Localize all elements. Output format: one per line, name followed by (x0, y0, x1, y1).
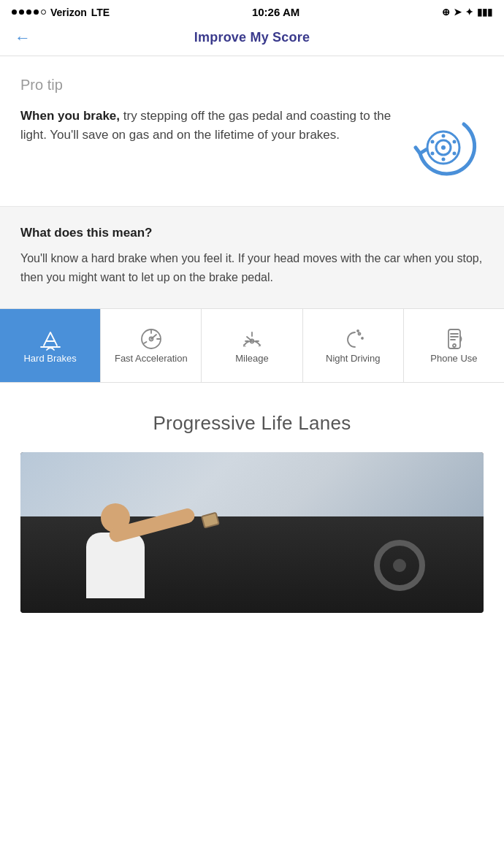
battery-icon: ▮▮▮ (477, 7, 492, 18)
tab-phone-use-label: Phone Use (430, 353, 477, 365)
meaning-body: You'll know a hard brake when you feel i… (20, 249, 484, 286)
status-bar: Verizon LTE 10:26 AM ⊕ ➤ ✦ ▮▮▮ (0, 0, 504, 23)
tab-hard-brakes-label: Hard Brakes (23, 353, 76, 365)
tab-fast-acceleration[interactable]: Fast Acceleration (101, 309, 202, 382)
pro-tip-bold: When you brake, (20, 109, 120, 123)
signal-dot-3 (26, 9, 31, 15)
bluetooth-icon: ✦ (465, 7, 473, 18)
signal-dot-4 (34, 9, 39, 15)
tab-night-driving-label: Night Driving (326, 353, 380, 365)
pro-tip-section: Pro tip When you brake, try stepping off… (0, 56, 504, 207)
page-title: Improve My Score (194, 30, 310, 45)
life-lanes-section: Progressive Life Lanes (0, 383, 504, 628)
brake-icon-container (403, 110, 484, 183)
svg-point-7 (431, 152, 435, 156)
car-image (20, 452, 484, 613)
hard-brakes-icon (37, 325, 64, 353)
pro-tip-label: Pro tip (20, 77, 484, 94)
phone-use-icon (440, 325, 467, 353)
driver-silhouette (79, 503, 152, 598)
tab-mileage[interactable]: E F Mileage (202, 309, 302, 382)
svg-point-4 (442, 158, 446, 161)
signal-dot-1 (12, 9, 17, 15)
tab-mileage-label: Mileage (235, 353, 269, 365)
status-left: Verizon LTE (12, 7, 110, 18)
nav-bar: ← Improve My Score (0, 23, 504, 56)
svg-line-12 (144, 342, 147, 343)
tab-hard-brakes[interactable]: Hard Brakes (0, 309, 101, 382)
pro-tip-text: When you brake, try stepping off the gas… (20, 107, 392, 145)
category-tabs: Hard Brakes Fast Acceleration E F (0, 309, 504, 383)
svg-rect-25 (448, 329, 460, 348)
signal-dot-5 (41, 9, 46, 15)
svg-text:F: F (259, 343, 261, 348)
svg-point-6 (453, 140, 457, 144)
svg-point-5 (431, 140, 435, 144)
signal-strength (12, 9, 46, 15)
tab-fast-acceleration-label: Fast Acceleration (115, 353, 188, 365)
night-driving-icon (339, 325, 367, 353)
carrier-label: Verizon (50, 7, 87, 18)
location-icon: ⊕ (442, 7, 450, 18)
tab-night-driving[interactable]: Night Driving (303, 309, 404, 382)
fast-acceleration-icon (137, 325, 165, 353)
network-label: LTE (91, 7, 110, 18)
steering-center (393, 559, 406, 572)
steering-wheel (374, 540, 425, 591)
svg-point-22 (359, 332, 361, 335)
car-image-inner (20, 452, 484, 613)
svg-point-8 (453, 152, 457, 156)
svg-text:E: E (243, 343, 246, 348)
mileage-icon: E F (238, 325, 266, 353)
svg-point-29 (453, 344, 456, 347)
gps-icon: ➤ (454, 7, 462, 18)
svg-point-24 (357, 330, 359, 332)
svg-point-3 (442, 134, 446, 138)
meaning-title: What does this mean? (20, 226, 484, 240)
status-time: 10:26 AM (252, 6, 299, 18)
pro-tip-content: When you brake, try stepping off the gas… (20, 107, 484, 183)
meaning-section: What does this mean? You'll know a hard … (0, 207, 504, 309)
svg-point-23 (362, 337, 363, 339)
svg-point-2 (441, 145, 446, 150)
signal-dot-2 (19, 9, 24, 15)
brake-disc-icon (407, 110, 480, 183)
life-lanes-title: Progressive Life Lanes (20, 412, 484, 435)
back-button[interactable]: ← (15, 28, 31, 47)
status-icons: ⊕ ➤ ✦ ▮▮▮ (442, 7, 492, 18)
tab-phone-use[interactable]: Phone Use (404, 309, 504, 382)
driver-body (86, 533, 145, 598)
